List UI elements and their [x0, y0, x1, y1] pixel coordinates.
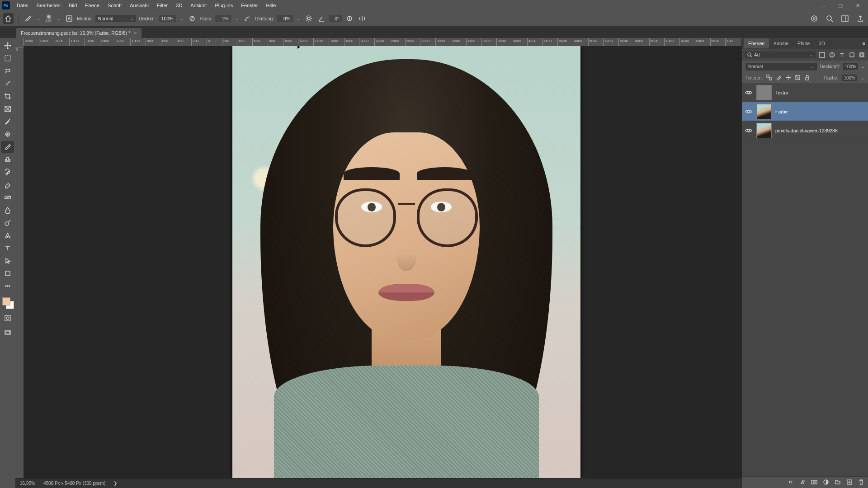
crop-tool[interactable]	[1, 90, 14, 102]
layer-thumbnail[interactable]	[756, 104, 772, 119]
document-tab[interactable]: Frequenztrennung.psdc bei 16,9% (Farbe, …	[16, 28, 142, 38]
adjustment-layer-icon[interactable]	[823, 479, 829, 486]
lasso-tool[interactable]	[1, 65, 14, 77]
menu-hilfe[interactable]: Hilfe	[262, 1, 280, 10]
smoothing-options-icon[interactable]	[304, 14, 314, 23]
foreground-color-swatch[interactable]	[2, 297, 10, 305]
menu-filter[interactable]: Filter	[153, 1, 172, 10]
dodge-tool[interactable]	[1, 217, 14, 229]
filter-type-icon[interactable]	[838, 51, 845, 58]
filter-adjust-icon[interactable]	[828, 51, 835, 58]
menu-schrift[interactable]: Schrift	[104, 1, 126, 10]
panel-menu-icon[interactable]: ≡	[860, 41, 868, 46]
home-button[interactable]	[3, 13, 14, 24]
delete-layer-icon[interactable]	[858, 479, 864, 486]
tab-3d[interactable]: 3D	[814, 38, 829, 48]
link-layers-icon[interactable]	[788, 479, 794, 486]
gradient-tool[interactable]	[1, 192, 14, 203]
angle-input[interactable]: 0°	[329, 15, 342, 22]
window-minimize-button[interactable]: —	[815, 1, 832, 10]
tab-ebenen[interactable]: Ebenen	[744, 38, 769, 48]
layer-visibility-toggle[interactable]	[745, 108, 753, 116]
layer-row[interactable]: pexels-daniel-xavier-1239288	[742, 121, 868, 140]
opacity-dropdown[interactable]: ⌄	[179, 16, 184, 21]
history-brush-tool[interactable]	[1, 166, 14, 178]
lock-artboard-icon[interactable]	[795, 75, 801, 81]
tab-pfade[interactable]: Pfade	[793, 38, 814, 48]
smoothing-dropdown[interactable]: ⌄	[296, 16, 301, 21]
layer-visibility-toggle[interactable]	[745, 127, 753, 135]
layer-style-icon[interactable]: fx	[799, 479, 806, 486]
tab-kanaele[interactable]: Kanäle	[769, 38, 793, 48]
layer-visibility-toggle[interactable]	[745, 89, 753, 97]
document-canvas[interactable]	[232, 46, 580, 478]
opacity-input[interactable]: 100%	[159, 15, 176, 22]
path-select-tool[interactable]	[1, 255, 14, 267]
lock-all-icon[interactable]	[804, 75, 810, 81]
cloud-docs-icon[interactable]	[809, 14, 819, 23]
move-tool[interactable]	[1, 40, 14, 52]
group-layers-icon[interactable]	[835, 479, 841, 486]
brush-tool-icon[interactable]	[23, 14, 33, 23]
layer-opacity-dropdown[interactable]: ⌄	[861, 64, 864, 69]
status-more-icon[interactable]: ❯	[113, 481, 117, 486]
blur-tool[interactable]	[1, 204, 14, 216]
smoothing-input[interactable]: 0%	[277, 15, 293, 22]
workspace-icon[interactable]	[840, 14, 850, 23]
flow-dropdown[interactable]: ⌄	[234, 16, 240, 21]
more-tools[interactable]	[1, 280, 14, 292]
menu-ebene[interactable]: Ebene	[81, 1, 104, 10]
healing-tool[interactable]	[1, 128, 14, 140]
lock-pixels-icon[interactable]	[776, 75, 782, 81]
new-layer-icon[interactable]	[846, 479, 853, 486]
color-swatches[interactable]	[1, 296, 14, 309]
lock-position-icon[interactable]	[785, 75, 791, 81]
lock-transparency-icon[interactable]	[766, 75, 772, 81]
document-tab-close-icon[interactable]: ×	[134, 30, 137, 36]
layer-row[interactable]: Textur	[742, 83, 868, 102]
layer-name[interactable]: pexels-daniel-xavier-1239288	[775, 128, 838, 133]
brush-panel-toggle-icon[interactable]	[64, 14, 74, 23]
eraser-tool[interactable]	[1, 179, 14, 191]
symmetry-icon[interactable]	[357, 14, 367, 23]
fill-dropdown[interactable]: ⌄	[861, 75, 864, 80]
ruler-vertical[interactable]: 0	[15, 46, 24, 478]
layer-opacity-input[interactable]: 100%	[843, 63, 858, 70]
type-tool[interactable]	[1, 242, 14, 254]
menu-3d[interactable]: 3D	[172, 1, 186, 10]
pen-tool[interactable]	[1, 230, 14, 241]
screen-mode-button[interactable]	[2, 327, 13, 338]
frame-tool[interactable]	[1, 103, 14, 115]
filter-smart-icon[interactable]	[858, 51, 865, 58]
layer-name[interactable]: Textur	[775, 90, 788, 95]
filter-pixel-icon[interactable]	[818, 51, 826, 58]
window-maximize-button[interactable]: ▢	[832, 1, 849, 10]
window-close-button[interactable]: ✕	[849, 1, 866, 10]
layer-row[interactable]: Farbe	[742, 102, 868, 121]
brush-preview[interactable]: 157	[46, 15, 52, 23]
blend-mode-select[interactable]: Normal	[95, 15, 136, 22]
pressure-size-icon[interactable]	[344, 14, 354, 23]
eyedropper-tool[interactable]	[1, 116, 14, 127]
brush-picker-dropdown[interactable]: ⌄	[56, 16, 61, 21]
canvas-viewport[interactable]	[24, 46, 741, 478]
menu-ansicht[interactable]: Ansicht	[186, 1, 211, 10]
layer-filter-type-select[interactable]: Art	[745, 52, 816, 58]
layer-thumbnail[interactable]	[756, 85, 772, 100]
marquee-tool[interactable]	[1, 52, 14, 64]
zoom-level[interactable]: 16,95%	[20, 481, 35, 486]
flow-input[interactable]: 1%	[215, 15, 231, 22]
filter-shape-icon[interactable]	[848, 51, 855, 58]
layer-thumbnail[interactable]	[756, 123, 772, 138]
search-icon[interactable]	[825, 14, 835, 23]
menu-fenster[interactable]: Fenster	[237, 1, 262, 10]
menu-plugins[interactable]: Plug-ins	[211, 1, 237, 10]
layer-blend-mode-select[interactable]: Normal	[745, 63, 817, 70]
tool-preset-dropdown[interactable]: ⌄	[36, 16, 41, 21]
shape-tool[interactable]	[1, 267, 14, 279]
brush-tool[interactable]	[1, 141, 14, 153]
menu-bild[interactable]: Bild	[65, 1, 81, 10]
menu-auswahl[interactable]: Auswahl	[126, 1, 153, 10]
menu-bearbeiten[interactable]: Bearbeiten	[33, 1, 65, 10]
ruler-horizontal[interactable]: 2400220020001800160014001200100080060040…	[15, 38, 741, 46]
